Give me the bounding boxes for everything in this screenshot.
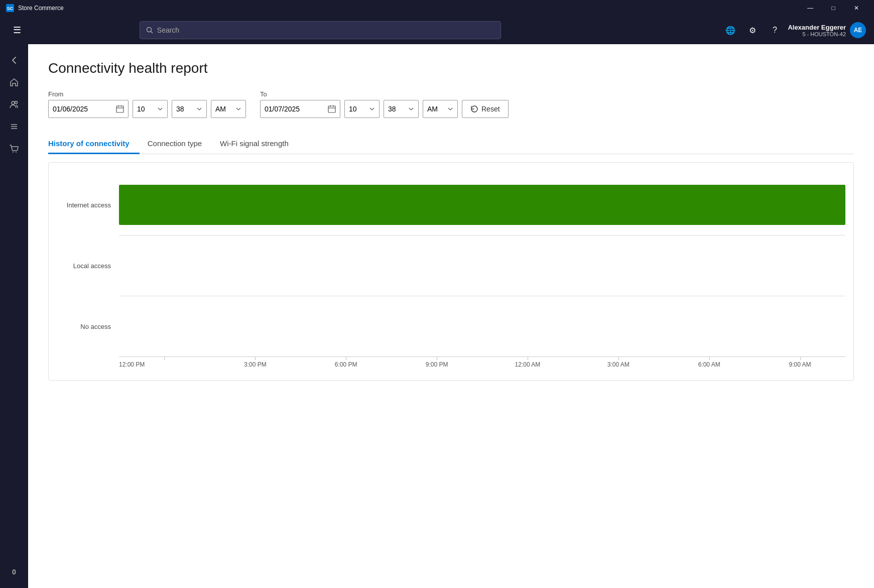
tab-wifi[interactable]: Wi-Fi signal strength	[220, 134, 299, 154]
sidebar-item-list[interactable]	[4, 116, 24, 137]
from-label: From	[48, 90, 129, 98]
minimize-button[interactable]: —	[799, 0, 822, 16]
chevron-down-icon-3	[235, 106, 241, 112]
from-ampm-select[interactable]: AM	[211, 100, 246, 118]
from-hour-select[interactable]: 10	[133, 100, 168, 118]
sidebar: 0	[0, 44, 28, 588]
chevron-down-icon-5	[408, 106, 414, 112]
search-bar[interactable]: Search	[140, 21, 501, 39]
app-layout: 0 Connectivity health report From 01/06/…	[0, 44, 874, 588]
x-tick-0: 12:00 PM	[119, 361, 210, 368]
sidebar-item-home[interactable]	[4, 72, 24, 92]
title-bar: SC Store Commerce — □ ✕	[0, 0, 874, 16]
chart-row-noaccess: No access	[49, 296, 845, 357]
from-hour-value: 10	[137, 105, 155, 113]
tabs: History of connectivity Connection type …	[48, 134, 854, 154]
to-date-input[interactable]: 01/07/2025	[260, 100, 340, 118]
user-name: Alexander Eggerer	[788, 24, 846, 31]
x-axis: 12:00 PM 3:00 PM 6:00 PM 9:00 PM 12:00 A…	[119, 357, 845, 368]
svg-line-3	[151, 32, 153, 34]
svg-point-2	[147, 28, 151, 32]
chart-row-local: Local access	[49, 236, 845, 296]
calendar-icon-to	[328, 105, 336, 113]
filter-row: From 01/06/2025 10 38	[48, 90, 854, 118]
to-ampm-select[interactable]: AM	[423, 100, 458, 118]
reset-label: Reset	[481, 105, 500, 113]
from-date-value: 01/06/2025	[53, 105, 88, 113]
chevron-down-icon	[157, 106, 163, 112]
app-icon: SC	[6, 4, 14, 12]
to-date-value: 01/07/2025	[265, 105, 300, 113]
user-details: Alexander Eggerer 5 - HOUSTON-42	[788, 24, 846, 37]
maximize-button[interactable]: □	[822, 0, 845, 16]
x-tick-6: 6:00 AM	[664, 361, 755, 368]
to-ampm-value: AM	[427, 105, 445, 113]
from-group: From 01/06/2025	[48, 90, 129, 118]
nav-actions: 🌐 ⚙ ? Alexander Eggerer 5 - HOUSTON-42 A…	[721, 21, 866, 39]
top-nav: ☰ Search 🌐 ⚙ ? Alexander Eggerer 5 - HOU…	[0, 16, 874, 44]
x-tick-1: 3:00 PM	[210, 361, 301, 368]
chevron-down-icon-4	[369, 106, 375, 112]
sidebar-item-zero[interactable]: 0	[4, 562, 24, 582]
globe-button[interactable]: 🌐	[721, 21, 739, 39]
x-tick-7: 9:00 AM	[755, 361, 845, 368]
tab-history[interactable]: History of connectivity	[48, 134, 140, 154]
from-minute-value: 38	[176, 105, 194, 113]
chevron-down-icon-6	[447, 106, 453, 112]
user-info: Alexander Eggerer 5 - HOUSTON-42 AE	[788, 22, 866, 38]
user-sub: 5 - HOUSTON-42	[788, 31, 846, 37]
calendar-icon	[116, 105, 124, 113]
svg-point-10	[16, 152, 17, 153]
from-date-input[interactable]: 01/06/2025	[48, 100, 129, 118]
search-icon	[146, 27, 153, 34]
chart-label-local: Local access	[49, 262, 119, 270]
chart-bar-area-internet	[119, 175, 845, 235]
sidebar-item-cart[interactable]	[4, 139, 24, 159]
chart-container: Internet access Local access No access	[48, 162, 854, 381]
svg-point-5	[15, 101, 18, 104]
close-button[interactable]: ✕	[845, 0, 868, 16]
x-tick-5: 3:00 AM	[573, 361, 664, 368]
svg-rect-15	[328, 106, 335, 112]
svg-text:SC: SC	[7, 6, 14, 11]
to-minute-select[interactable]: 38	[384, 100, 419, 118]
hamburger-menu[interactable]: ☰	[8, 21, 26, 39]
chart-label-noaccess: No access	[49, 323, 119, 330]
chevron-down-icon-2	[196, 106, 202, 112]
chart-bar-area-local	[119, 236, 845, 296]
svg-point-9	[13, 152, 14, 153]
from-minute-select[interactable]: 38	[172, 100, 207, 118]
avatar[interactable]: AE	[850, 22, 866, 38]
from-ampm-value: AM	[215, 105, 233, 113]
chart-label-internet: Internet access	[49, 201, 119, 209]
sidebar-item-people[interactable]	[4, 94, 24, 114]
page-title: Connectivity health report	[48, 60, 854, 76]
sidebar-item-back[interactable]	[4, 50, 24, 70]
to-hour-select[interactable]: 10	[344, 100, 380, 118]
to-hour-value: 10	[349, 105, 367, 113]
bar-internet	[119, 185, 845, 225]
tab-connection[interactable]: Connection type	[148, 134, 212, 154]
help-button[interactable]: ?	[766, 21, 784, 39]
x-tick-3: 9:00 PM	[392, 361, 482, 368]
to-minute-value: 38	[388, 105, 406, 113]
chart-bar-area-noaccess	[119, 296, 845, 357]
chart-area: Internet access Local access No access	[49, 175, 845, 368]
x-tick-4: 12:00 AM	[482, 361, 573, 368]
svg-rect-11	[116, 106, 123, 112]
x-tick-2: 6:00 PM	[301, 361, 392, 368]
chart-row-internet: Internet access	[49, 175, 845, 235]
settings-button[interactable]: ⚙	[743, 21, 762, 39]
svg-point-4	[12, 101, 15, 104]
main-content: Connectivity health report From 01/06/20…	[28, 44, 874, 588]
app-title: Store Commerce	[18, 5, 799, 12]
to-group: To 01/07/2025	[260, 90, 340, 118]
reset-icon	[470, 105, 478, 113]
reset-button[interactable]: Reset	[462, 100, 509, 118]
to-label: To	[260, 90, 340, 98]
window-controls: — □ ✕	[799, 0, 868, 16]
search-placeholder: Search	[157, 26, 179, 34]
